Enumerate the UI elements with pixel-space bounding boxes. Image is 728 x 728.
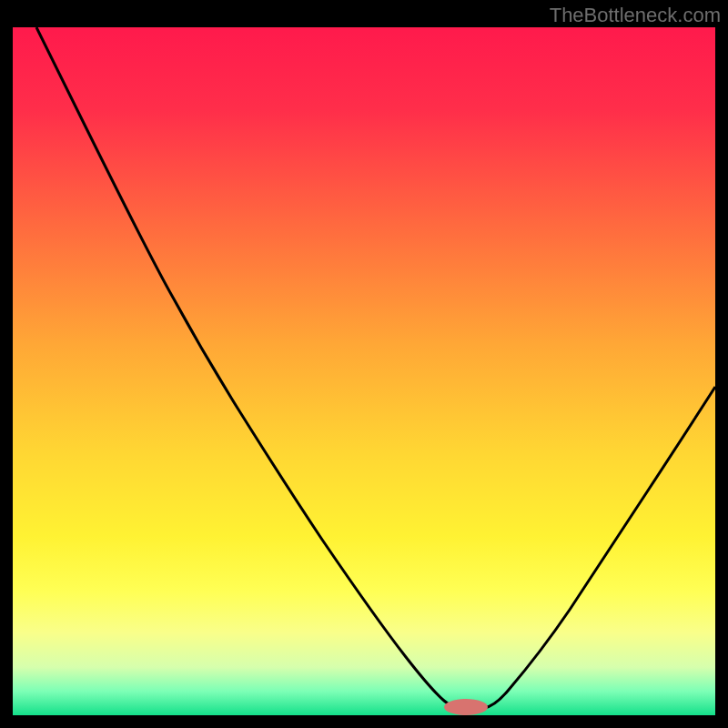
chart-container: TheBottleneck.com <box>0 0 728 728</box>
selected-marker <box>444 699 488 715</box>
gradient-background <box>13 27 715 715</box>
chart-svg <box>13 27 715 715</box>
plot-area <box>13 27 715 715</box>
watermark-text: TheBottleneck.com <box>550 4 721 27</box>
